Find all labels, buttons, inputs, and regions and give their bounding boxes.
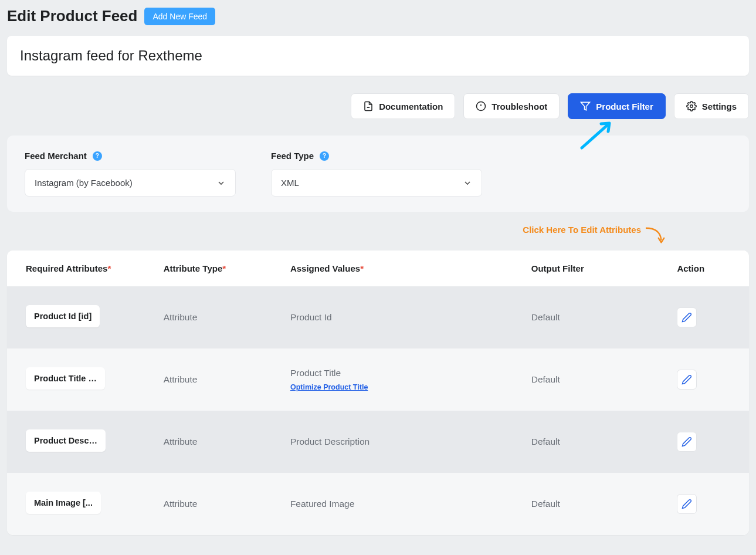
table-row: Main Image [...AttributeFeatured ImageDe… — [7, 473, 749, 535]
th-required: Required Attributes — [26, 263, 107, 273]
attribute-tag[interactable]: Product Title … — [26, 367, 105, 390]
feed-merchant-value: Instagram (by Facebook) — [35, 178, 133, 188]
required-star: * — [107, 263, 111, 273]
output-filter-cell: Default — [521, 473, 667, 535]
settings-button[interactable]: Settings — [674, 93, 749, 119]
chevron-down-icon — [216, 178, 226, 188]
chevron-down-icon — [463, 178, 472, 188]
required-star: * — [222, 263, 226, 273]
attribute-tag[interactable]: Product Id [id] — [26, 305, 100, 327]
svg-marker-4 — [581, 102, 590, 110]
documentation-button[interactable]: Documentation — [351, 93, 455, 119]
table-row: Product Id [id]AttributeProduct IdDefaul… — [7, 286, 749, 348]
product-filter-button[interactable]: Product Filter — [568, 93, 666, 119]
curved-arrow-icon — [645, 226, 667, 246]
assigned-value-cell: Featured Image — [280, 473, 521, 535]
product-filter-label: Product Filter — [596, 101, 653, 111]
edit-row-button[interactable] — [677, 432, 697, 452]
feed-merchant-label: Feed Merchant — [25, 151, 87, 161]
assigned-value-cell: Product TitleOptimize Product Title — [280, 348, 521, 411]
attribute-type-cell: Attribute — [153, 286, 280, 348]
troubleshoot-button[interactable]: Troubleshoot — [463, 93, 560, 119]
edit-row-button[interactable] — [677, 307, 697, 327]
table-row: Product Desc…AttributeProduct Descriptio… — [7, 411, 749, 473]
attribute-type-cell: Attribute — [153, 473, 280, 535]
annotation-arrow-icon — [579, 121, 614, 151]
help-icon[interactable]: ? — [93, 151, 102, 161]
gear-icon — [686, 101, 697, 111]
output-filter-cell: Default — [521, 411, 667, 473]
add-new-feed-button[interactable]: Add New Feed — [144, 8, 215, 25]
edit-row-button[interactable] — [677, 370, 697, 390]
feed-merchant-select[interactable]: Instagram (by Facebook) — [25, 169, 236, 197]
troubleshoot-label: Troubleshoot — [491, 101, 547, 111]
pencil-icon — [682, 312, 692, 323]
edit-attributes-hint: Click Here To Edit Attributes — [523, 225, 641, 235]
feed-type-label: Feed Type — [271, 151, 314, 161]
table-row: Product Title …AttributeProduct TitleOpt… — [7, 348, 749, 411]
feed-name-input[interactable]: Instagram feed for Rextheme — [7, 36, 749, 76]
th-filter: Output Filter — [521, 251, 667, 286]
alert-icon — [476, 101, 486, 111]
feed-type-value: XML — [281, 178, 299, 188]
toolbar: Documentation Troubleshoot Product Filte… — [7, 93, 749, 119]
svg-point-5 — [690, 105, 693, 108]
edit-row-button[interactable] — [677, 494, 697, 514]
optimize-link[interactable]: Optimize Product Title — [290, 383, 510, 391]
document-icon — [363, 101, 374, 111]
attribute-tag[interactable]: Product Desc… — [26, 429, 106, 452]
filter-icon — [580, 101, 591, 111]
attributes-table: Required Attributes* Attribute Type* Ass… — [7, 251, 749, 535]
documentation-label: Documentation — [379, 101, 443, 111]
assigned-value-cell: Product Description — [280, 411, 521, 473]
feed-config-card: Feed Merchant ? Instagram (by Facebook) … — [7, 136, 749, 212]
help-icon[interactable]: ? — [320, 151, 329, 161]
attribute-tag[interactable]: Main Image [... — [26, 492, 101, 514]
th-type: Attribute Type — [164, 263, 223, 273]
required-star: * — [360, 263, 364, 273]
output-filter-cell: Default — [521, 286, 667, 348]
pencil-icon — [682, 374, 692, 385]
attribute-type-cell: Attribute — [153, 411, 280, 473]
pencil-icon — [682, 436, 692, 447]
feed-name-text: Instagram feed for Rextheme — [20, 48, 736, 64]
assigned-value-cell: Product Id — [280, 286, 521, 348]
page-title: Edit Product Feed — [7, 7, 137, 25]
th-values: Assigned Values — [290, 263, 360, 273]
th-action: Action — [666, 251, 749, 286]
settings-label: Settings — [702, 101, 737, 111]
output-filter-cell: Default — [521, 348, 667, 411]
feed-type-select[interactable]: XML — [271, 169, 482, 197]
pencil-icon — [682, 499, 692, 509]
attributes-table-card: Required Attributes* Attribute Type* Ass… — [7, 251, 749, 535]
attribute-type-cell: Attribute — [153, 348, 280, 411]
